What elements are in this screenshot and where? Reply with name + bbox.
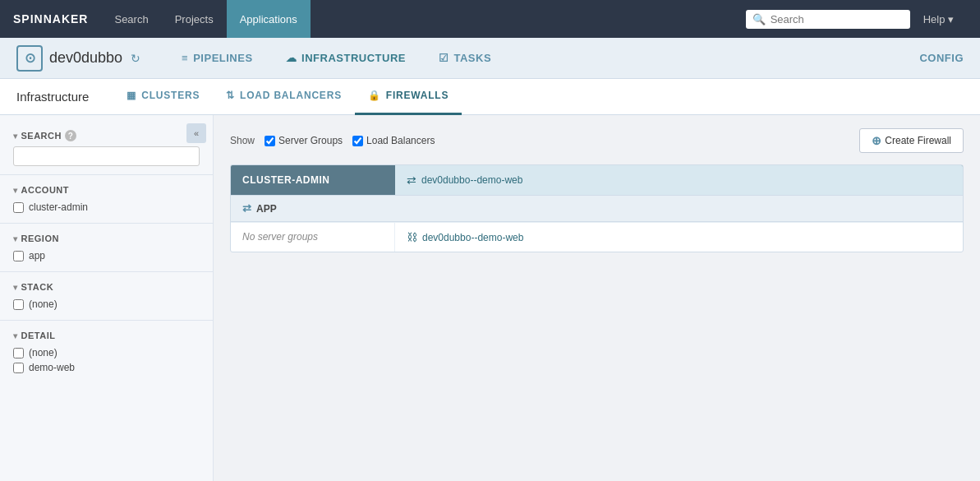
firewall-header-row: CLUSTER-ADMIN ⇄ dev0dubbo--demo-web bbox=[231, 165, 963, 195]
infra-tabs: Infrastructure ▦ CLUSTERS ⇅ LOAD BALANCE… bbox=[0, 79, 980, 115]
nav-infrastructure[interactable]: ☁ INFRASTRUCTURE bbox=[269, 38, 422, 79]
sidebar-section-region: ▾ REGION app bbox=[0, 227, 213, 268]
fw-data-icon: ⛓ bbox=[407, 231, 417, 243]
nav-tasks[interactable]: ☑ TASKS bbox=[422, 38, 508, 79]
detail-demo-web[interactable]: demo-web bbox=[13, 360, 200, 375]
refresh-icon[interactable]: ↻ bbox=[131, 52, 140, 65]
sidebar-section-search: ▾ SEARCH ? bbox=[0, 123, 213, 171]
help-icon: ? bbox=[65, 130, 76, 141]
tab-clusters[interactable]: ▦ CLUSTERS bbox=[113, 79, 213, 115]
app-header-icon: ⇄ bbox=[242, 202, 251, 215]
firewall-fw-data-cell[interactable]: ⛓ dev0dubbo--demo-web bbox=[395, 223, 963, 252]
firewall-body: ⇄ APP No server groups ⛓ dev0dubbo--demo… bbox=[231, 195, 963, 252]
tab-firewalls[interactable]: 🔒 FIREWALLS bbox=[355, 79, 462, 115]
detail-demo-web-checkbox[interactable] bbox=[13, 363, 24, 373]
sidebar-section-title-search[interactable]: ▾ SEARCH ? bbox=[13, 130, 200, 141]
search-input[interactable] bbox=[771, 13, 904, 25]
brand-logo: SPINNAKER bbox=[13, 12, 88, 25]
search-icon: 🔍 bbox=[752, 13, 766, 25]
show-bar: Show Server Groups Load Balancers ⊕ Crea… bbox=[230, 128, 964, 153]
detail-none[interactable]: (none) bbox=[13, 345, 200, 360]
help-menu[interactable]: Help ▾ bbox=[910, 0, 967, 38]
firewall-app-header: ⇄ APP bbox=[231, 196, 963, 222]
sidebar-section-title-stack[interactable]: ▾ STACK bbox=[13, 282, 200, 292]
app-icon: ⊙ bbox=[16, 45, 43, 72]
app-nav: ≡ PIPELINES ☁ INFRASTRUCTURE ☑ TASKS bbox=[165, 38, 919, 79]
firewall-data-row: No server groups ⛓ dev0dubbo--demo-web bbox=[231, 222, 963, 252]
sidebar-section-stack: ▾ STACK (none) bbox=[0, 275, 213, 317]
region-app-checkbox[interactable] bbox=[13, 251, 24, 261]
top-nav: SPINNAKER Search Projects Applications 🔍… bbox=[0, 0, 980, 38]
caret-icon-search: ▾ bbox=[13, 132, 18, 141]
firewall-header-icon: ⇄ bbox=[407, 173, 416, 187]
sidebar-section-account: ▾ ACCOUNT cluster-admin bbox=[0, 178, 213, 220]
infrastructure-icon: ☁ bbox=[286, 52, 297, 64]
caret-icon-region: ▾ bbox=[13, 234, 18, 243]
sidebar-section-title-detail[interactable]: ▾ DETAIL bbox=[13, 331, 200, 340]
stack-none-checkbox[interactable] bbox=[13, 299, 24, 310]
tasks-icon: ☑ bbox=[439, 52, 449, 64]
sidebar-search-input[interactable] bbox=[13, 146, 200, 166]
show-load-balancers[interactable]: Load Balancers bbox=[352, 135, 435, 146]
firewall-header-cell[interactable]: ⇄ dev0dubbo--demo-web bbox=[395, 165, 963, 195]
app-name: dev0dubbo bbox=[49, 49, 122, 67]
no-server-groups-cell: No server groups bbox=[231, 223, 395, 252]
plus-icon: ⊕ bbox=[872, 134, 881, 147]
main-layout: « ▾ SEARCH ? ▾ ACCOUNT cluster-admin bbox=[0, 115, 980, 481]
pipelines-icon: ≡ bbox=[182, 52, 188, 64]
cluster-header-cell: CLUSTER-ADMIN bbox=[231, 166, 395, 194]
firewall-table: CLUSTER-ADMIN ⇄ dev0dubbo--demo-web ⇄ AP… bbox=[230, 164, 964, 252]
show-server-groups[interactable]: Server Groups bbox=[265, 135, 343, 146]
account-cluster-admin[interactable]: cluster-admin bbox=[13, 200, 200, 215]
global-search[interactable]: 🔍 bbox=[746, 10, 910, 29]
caret-icon-stack: ▾ bbox=[13, 283, 18, 292]
show-label: Show bbox=[230, 135, 255, 146]
nav-applications[interactable]: Applications bbox=[227, 0, 311, 38]
load-balancers-checkbox[interactable] bbox=[352, 136, 363, 146]
sidebar-section-title-account[interactable]: ▾ ACCOUNT bbox=[13, 185, 200, 195]
tab-load-balancers[interactable]: ⇅ LOAD BALANCERS bbox=[213, 79, 355, 115]
infra-title: Infrastructure bbox=[16, 90, 89, 104]
firewalls-icon: 🔒 bbox=[368, 90, 381, 101]
config-link[interactable]: CONFIG bbox=[919, 52, 964, 64]
create-firewall-button[interactable]: ⊕ Create Firewall bbox=[859, 128, 964, 153]
nav-search[interactable]: Search bbox=[101, 0, 161, 38]
caret-icon-detail: ▾ bbox=[13, 331, 18, 340]
app-bar: ⊙ dev0dubbo ↻ ≡ PIPELINES ☁ INFRASTRUCTU… bbox=[0, 38, 980, 79]
region-app[interactable]: app bbox=[13, 248, 200, 263]
nav-pipelines[interactable]: ≡ PIPELINES bbox=[165, 38, 269, 79]
load-balancers-icon: ⇅ bbox=[226, 90, 235, 101]
clusters-icon: ▦ bbox=[127, 90, 136, 101]
content-area: Show Server Groups Load Balancers ⊕ Crea… bbox=[214, 115, 980, 481]
sidebar: « ▾ SEARCH ? ▾ ACCOUNT cluster-admin bbox=[0, 115, 214, 481]
sidebar-section-title-region[interactable]: ▾ REGION bbox=[13, 234, 200, 243]
account-cluster-admin-checkbox[interactable] bbox=[13, 202, 24, 213]
nav-projects[interactable]: Projects bbox=[162, 0, 227, 38]
sidebar-toggle-button[interactable]: « bbox=[186, 123, 206, 143]
server-groups-checkbox[interactable] bbox=[265, 136, 275, 146]
caret-icon-account: ▾ bbox=[13, 186, 18, 195]
detail-none-checkbox[interactable] bbox=[13, 348, 24, 358]
sidebar-section-detail: ▾ DETAIL (none) demo-web bbox=[0, 324, 213, 380]
stack-none[interactable]: (none) bbox=[13, 297, 200, 312]
